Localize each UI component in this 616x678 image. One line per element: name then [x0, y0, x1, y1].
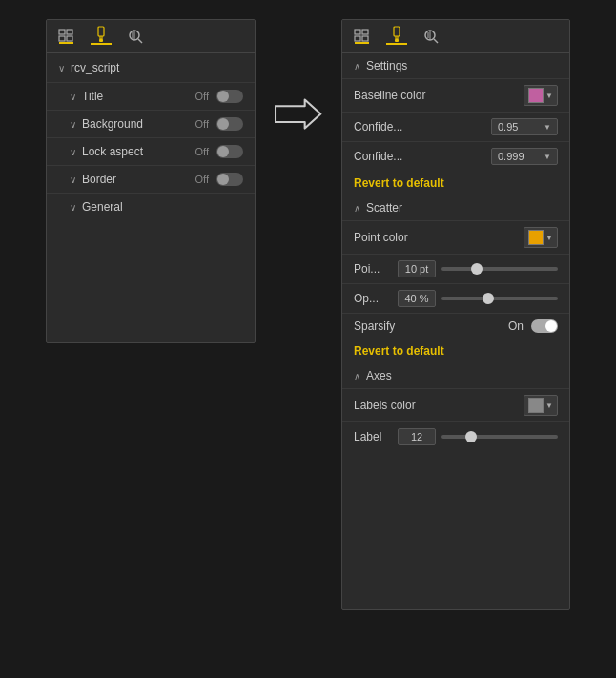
label-slider-row: Label 12 — [342, 421, 569, 451]
svg-rect-18 — [395, 39, 399, 42]
lock-aspect-toggle[interactable] — [216, 145, 243, 158]
lock-aspect-label: Lock aspect — [82, 145, 195, 158]
border-status: Off — [195, 174, 209, 185]
poi-slider-label: Poi... — [354, 262, 392, 276]
svg-rect-14 — [355, 36, 360, 41]
confidence1-dropdown[interactable]: 0.95 ▼ — [491, 118, 558, 135]
confidence1-row: Confide... 0.95 ▼ — [342, 112, 569, 141]
background-chevron: ∨ — [70, 119, 76, 130]
title-toggle[interactable] — [216, 90, 243, 103]
confidence1-value: 0.95 — [498, 121, 518, 133]
svg-rect-5 — [98, 27, 104, 36]
poi-slider-value[interactable]: 10 pt — [398, 260, 436, 277]
svg-line-8 — [138, 39, 142, 43]
rcv-script-section[interactable]: ∨ rcv_script — [47, 53, 255, 82]
settings-chevron: ∧ — [354, 61, 360, 72]
label-slider-label: Label — [354, 430, 392, 443]
svg-rect-3 — [67, 36, 72, 41]
background-status: Off — [195, 118, 209, 130]
right-panel: ∧ Settings Baseline color ▼ Confide... 0… — [341, 19, 570, 610]
scatter-section-header[interactable]: ∧ Scatter — [342, 195, 569, 220]
title-label: Title — [82, 90, 195, 103]
magnifier-icon-right[interactable] — [421, 28, 441, 45]
confidence2-value: 0.999 — [498, 151, 524, 162]
sparsify-label: Sparsify — [354, 319, 508, 333]
svg-rect-6 — [99, 39, 103, 42]
svg-rect-12 — [355, 30, 360, 34]
scatter-label: Scatter — [366, 201, 402, 215]
labels-color-row: Labels color ▼ — [342, 388, 569, 421]
sparsify-row: Sparsify On — [342, 313, 569, 339]
point-color-caret: ▼ — [545, 234, 553, 242]
sparsify-toggle[interactable] — [531, 319, 558, 333]
svg-rect-15 — [362, 36, 368, 41]
brush-icon-right[interactable] — [386, 28, 407, 45]
svg-rect-17 — [394, 27, 400, 36]
rcv-script-chevron: ∨ — [58, 63, 65, 73]
op-slider-thumb[interactable] — [483, 293, 494, 304]
grid-icon-right[interactable] — [352, 28, 373, 45]
poi-slider-row: Poi... 10 pt — [342, 254, 569, 283]
svg-rect-1 — [67, 30, 72, 34]
op-slider-row: Op... 40 % — [342, 283, 569, 313]
revert-scatter-button[interactable]: Revert to default — [342, 339, 569, 363]
confidence1-caret: ▼ — [544, 123, 551, 132]
left-panel: ∨ rcv_script ∨ Title Off ∨ Background Of… — [46, 19, 256, 343]
baseline-color-caret: ▼ — [545, 92, 553, 100]
border-label: Border — [82, 173, 195, 186]
point-color-swatch — [528, 230, 544, 245]
op-slider-label: Op... — [354, 292, 392, 305]
axes-section-header[interactable]: ∧ Axes — [342, 363, 569, 388]
labels-color-swatch — [528, 398, 544, 413]
revert-settings-button[interactable]: Revert to default — [342, 171, 569, 195]
rcv-script-label: rcv_script — [71, 61, 119, 74]
scatter-chevron: ∧ — [354, 203, 360, 214]
lock-aspect-status: Off — [195, 146, 209, 157]
confidence2-caret: ▼ — [544, 153, 551, 161]
right-arrow-icon — [275, 95, 322, 134]
left-toolbar — [47, 20, 255, 53]
background-label: Background — [82, 117, 195, 131]
magnifier-icon-left[interactable] — [125, 28, 146, 45]
title-status: Off — [195, 91, 209, 102]
svg-marker-11 — [275, 100, 320, 129]
point-color-button[interactable]: ▼ — [524, 227, 558, 248]
right-toolbar — [342, 20, 569, 53]
label-slider-value[interactable]: 12 — [398, 428, 436, 445]
confidence2-dropdown[interactable]: 0.999 ▼ — [491, 148, 558, 165]
sparsify-on-text: On — [508, 319, 524, 333]
confidence2-label: Confide... — [354, 150, 485, 163]
point-color-row: Point color ▼ — [342, 220, 569, 254]
general-item: ∨ General — [47, 193, 255, 220]
background-toggle[interactable] — [216, 117, 243, 131]
labels-color-label: Labels color — [354, 399, 518, 412]
baseline-color-label: Baseline color — [354, 89, 518, 102]
labels-color-caret: ▼ — [545, 401, 553, 410]
confidence1-label: Confide... — [354, 120, 485, 134]
lock-aspect-chevron: ∨ — [70, 147, 76, 157]
brush-icon-left[interactable] — [91, 28, 112, 45]
poi-slider-thumb[interactable] — [471, 263, 483, 275]
op-slider-track[interactable] — [441, 297, 558, 300]
general-label: General — [82, 200, 243, 214]
svg-rect-13 — [362, 30, 368, 34]
border-toggle[interactable] — [216, 173, 243, 186]
baseline-color-button[interactable]: ▼ — [524, 85, 558, 106]
confidence2-row: Confide... 0.999 ▼ — [342, 141, 569, 171]
label-slider-thumb[interactable] — [465, 431, 477, 442]
label-slider-track[interactable] — [441, 435, 558, 439]
arrow-container — [275, 95, 322, 134]
poi-slider-track[interactable] — [441, 267, 558, 271]
labels-color-button[interactable]: ▼ — [524, 395, 558, 416]
border-chevron: ∨ — [70, 175, 76, 185]
title-item: ∨ Title Off — [47, 82, 255, 110]
baseline-color-swatch — [528, 88, 544, 103]
axes-label: Axes — [366, 369, 392, 382]
svg-rect-0 — [59, 30, 65, 34]
op-slider-value[interactable]: 40 % — [398, 290, 436, 307]
settings-label: Settings — [366, 59, 407, 72]
title-chevron: ∨ — [70, 92, 76, 102]
background-item: ∨ Background Off — [47, 110, 255, 137]
settings-section-header[interactable]: ∧ Settings — [342, 53, 569, 78]
grid-icon-left[interactable] — [56, 28, 77, 45]
